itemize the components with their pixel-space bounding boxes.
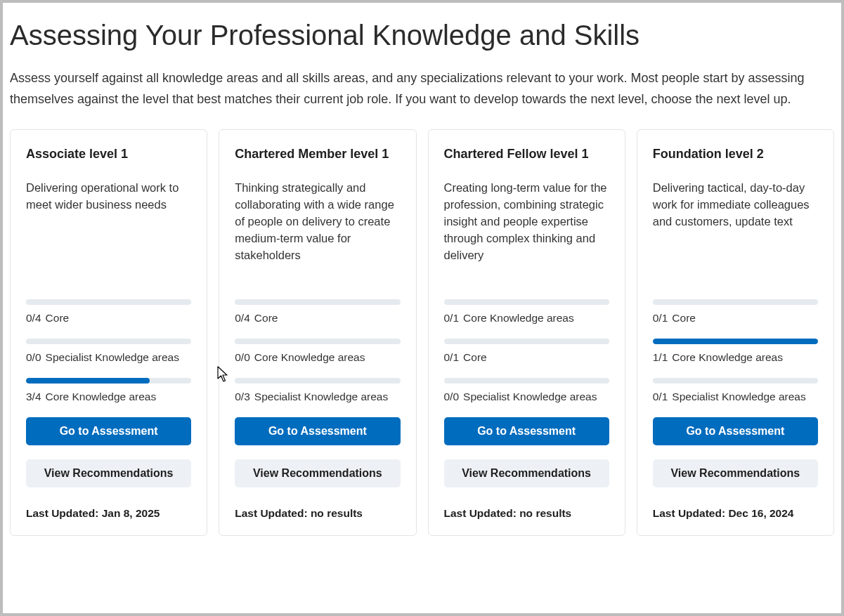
page-frame: Assessing Your Professional Knowledge an… [3,3,841,613]
progress-fill [26,378,150,384]
progress-bar [653,299,818,305]
progress-label: 3/4Core Knowledge areas [26,391,191,403]
progress-category: Core Knowledge areas [672,351,783,363]
assessment-card: Chartered Fellow level 1Creating long-te… [428,129,625,536]
go-to-assessment-button[interactable]: Go to Assessment [444,417,609,445]
progress-category: Core Knowledge areas [46,391,157,402]
progress-bar [235,378,400,384]
progress-bar [653,378,818,384]
progress-block: 0/0Core Knowledge areas [235,339,400,364]
last-updated: Last Updated: no results [235,507,400,520]
view-recommendations-button[interactable]: View Recommendations [235,459,400,487]
card-description: Delivering operational work to meet wide… [26,180,191,299]
progress-section: 0/4Core0/0Specialist Knowledge areas3/4C… [26,299,191,520]
progress-fill [653,339,818,344]
card-title: Associate level 1 [26,147,191,162]
progress-bar [235,299,400,305]
progress-category: Specialist Knowledge areas [254,391,388,402]
last-updated-value: Jan 8, 2025 [102,507,160,519]
last-updated: Last Updated: no results [444,507,609,520]
progress-count: 0/0 [26,351,41,364]
progress-label: 0/4Core [26,312,191,325]
progress-count: 0/1 [653,312,668,325]
progress-category: Core [672,312,696,324]
card-description: Creating long-term value for the profess… [444,180,609,299]
progress-block: 0/4Core [26,299,191,325]
progress-count: 0/1 [653,391,668,403]
progress-label: 0/1Specialist Knowledge areas [653,391,818,403]
progress-category: Specialist Knowledge areas [46,351,179,363]
assessment-card: Associate level 1Delivering operational … [10,129,207,536]
progress-block: 3/4Core Knowledge areas [26,378,191,403]
progress-label: 0/1Core [653,312,818,325]
page-intro: Assess yourself against all knowledge ar… [10,68,832,110]
assessment-card: Foundation level 2Delivering tactical, d… [637,129,834,536]
progress-count: 0/1 [444,312,460,325]
progress-bar [235,339,400,344]
progress-category: Core [463,351,487,363]
progress-category: Core Knowledge areas [254,351,365,363]
last-updated-prefix: Last Updated: [235,507,311,519]
view-recommendations-button[interactable]: View Recommendations [26,459,191,487]
progress-count: 3/4 [26,391,41,403]
last-updated-prefix: Last Updated: [444,507,520,519]
go-to-assessment-button[interactable]: Go to Assessment [26,417,191,445]
progress-category: Core Knowledge areas [463,312,574,324]
last-updated-prefix: Last Updated: [26,507,102,519]
progress-block: 0/1Core [653,299,818,325]
progress-bar [26,299,191,305]
progress-block: 0/4Core [235,299,400,325]
progress-label: 0/4Core [235,312,400,325]
progress-bar [26,339,191,344]
progress-section: 0/1Core Knowledge areas0/1Core0/0Special… [444,299,609,520]
assessment-card-row: Associate level 1Delivering operational … [10,129,834,536]
progress-block: 0/0Specialist Knowledge areas [444,378,609,403]
progress-block: 1/1Core Knowledge areas [653,339,818,364]
progress-label: 0/3Specialist Knowledge areas [235,391,400,403]
progress-block: 0/3Specialist Knowledge areas [235,378,400,403]
progress-block: 0/1Core Knowledge areas [444,299,609,325]
progress-label: 1/1Core Knowledge areas [653,351,818,364]
last-updated-value: no results [311,507,363,519]
last-updated: Last Updated: Jan 8, 2025 [26,507,191,520]
progress-category: Core [254,312,278,324]
view-recommendations-button[interactable]: View Recommendations [444,459,609,487]
progress-count: 0/1 [444,351,460,364]
progress-bar [653,339,818,344]
progress-bar [444,378,609,384]
card-title: Chartered Fellow level 1 [444,147,609,162]
card-title: Foundation level 2 [653,147,818,162]
go-to-assessment-button[interactable]: Go to Assessment [653,417,818,445]
progress-section: 0/1Core1/1Core Knowledge areas0/1Special… [653,299,818,520]
last-updated-value: Dec 16, 2024 [728,507,793,519]
progress-label: 0/0Core Knowledge areas [235,351,400,364]
assessment-card: Chartered Member level 1Thinking strateg… [219,129,416,536]
view-recommendations-button[interactable]: View Recommendations [653,459,818,487]
progress-count: 1/1 [653,351,668,364]
last-updated: Last Updated: Dec 16, 2024 [653,507,818,520]
progress-section: 0/4Core0/0Core Knowledge areas0/3Special… [235,299,400,520]
progress-count: 0/4 [235,312,250,325]
page-title: Assessing Your Professional Knowledge an… [10,20,834,51]
last-updated-value: no results [519,507,571,519]
progress-block: 0/1Core [444,339,609,364]
progress-category: Specialist Knowledge areas [672,391,805,402]
progress-label: 0/1Core [444,351,609,364]
card-title: Chartered Member level 1 [235,147,400,162]
progress-bar [444,339,609,344]
progress-block: 0/0Specialist Knowledge areas [26,339,191,364]
progress-count: 0/3 [235,391,250,403]
card-description: Delivering tactical, day-to-day work for… [653,180,818,299]
progress-count: 0/0 [444,391,460,403]
progress-label: 0/0Specialist Knowledge areas [26,351,191,364]
progress-count: 0/4 [26,312,41,325]
progress-bar [26,378,191,384]
progress-label: 0/1Core Knowledge areas [444,312,609,325]
progress-block: 0/1Specialist Knowledge areas [653,378,818,403]
progress-bar [444,299,609,305]
progress-count: 0/0 [235,351,250,364]
last-updated-prefix: Last Updated: [653,507,729,519]
go-to-assessment-button[interactable]: Go to Assessment [235,417,400,445]
card-description: Thinking strategically and collaborating… [235,180,400,299]
progress-category: Core [46,312,70,324]
